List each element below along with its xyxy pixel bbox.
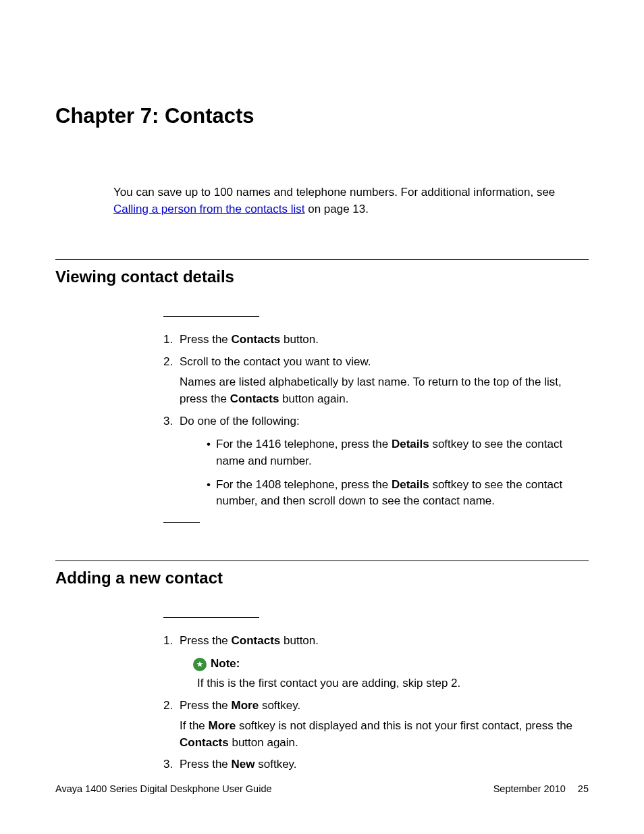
step-text: Press the More softkey. If the More soft…	[180, 698, 589, 752]
step-detail: If the More softkey is not displayed and…	[180, 718, 589, 751]
chapter-title: Chapter 7: Contacts	[55, 101, 589, 132]
section-divider	[55, 561, 589, 561]
step-number: 2.	[163, 354, 173, 371]
short-rule	[163, 617, 259, 618]
step-number: 3.	[163, 413, 173, 430]
page-footer: Avaya 1400 Series Digital Deskphone User…	[55, 782, 589, 796]
step-number: 2.	[163, 698, 173, 714]
short-rule	[163, 316, 259, 317]
page-body: Chapter 7: Contacts You can save up to 1…	[0, 0, 644, 819]
step-detail: Names are listed alphabetically by last …	[180, 374, 589, 407]
list-item: For the 1408 telephone, press the Detail…	[207, 477, 589, 510]
short-rule-end	[163, 522, 200, 523]
note-text: If this is the first contact you are add…	[193, 675, 589, 692]
list-item: 1. Press the Contacts button. Note: If t…	[163, 633, 589, 692]
note-icon	[193, 658, 207, 671]
intro-text-pre: You can save up to 100 names and telepho…	[113, 186, 555, 199]
note-label: Note:	[211, 656, 240, 673]
section-heading-viewing: Viewing contact details	[55, 265, 589, 289]
note-block: Note: If this is the first contact you a…	[180, 656, 589, 692]
step-number: 3.	[163, 756, 173, 773]
section-divider	[55, 259, 589, 260]
list-item: 3. Press the New softkey.	[163, 756, 589, 773]
step-text: Scroll to the contact you want to view. …	[180, 354, 589, 408]
intro-paragraph: You can save up to 100 names and telepho…	[55, 184, 589, 217]
list-item: 1. Press the Contacts button.	[163, 332, 589, 348]
footer-date: September 2010	[493, 782, 566, 796]
step-text: Press the Contacts button. Note: If this…	[180, 633, 589, 692]
list-item: 2. Press the More softkey. If the More s…	[163, 698, 589, 752]
steps-list-viewing: 1. Press the Contacts button. 2. Scroll …	[55, 332, 589, 510]
list-item: For the 1416 telephone, press the Detail…	[207, 436, 589, 469]
list-item: 3. Do one of the following: For the 1416…	[163, 413, 589, 510]
step-number: 1.	[163, 332, 173, 348]
sub-bullets: For the 1416 telephone, press the Detail…	[180, 436, 589, 510]
intro-link[interactable]: Calling a person from the contacts list	[113, 203, 304, 215]
steps-list-adding: 1. Press the Contacts button. Note: If t…	[55, 633, 589, 773]
step-text: Press the New softkey.	[180, 756, 589, 773]
step-number: 1.	[163, 633, 173, 650]
intro-text-post: on page 13.	[304, 203, 369, 215]
section-heading-adding: Adding a new contact	[55, 567, 589, 590]
footer-doc-title: Avaya 1400 Series Digital Deskphone User…	[55, 782, 272, 796]
step-text: Do one of the following: For the 1416 te…	[180, 413, 589, 510]
note-heading: Note:	[193, 656, 589, 673]
step-text: Press the Contacts button.	[180, 332, 589, 348]
list-item: 2. Scroll to the contact you want to vie…	[163, 354, 589, 408]
footer-page-number: 25	[578, 782, 589, 796]
